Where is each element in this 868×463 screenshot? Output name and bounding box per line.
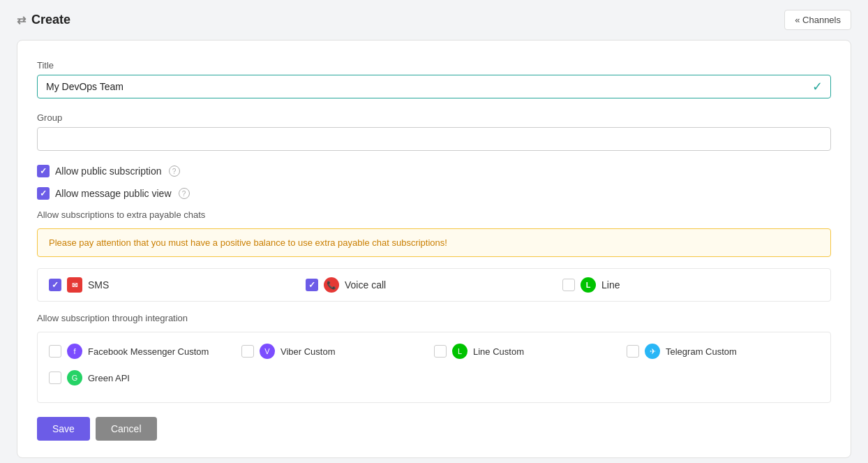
voice-checkbox[interactable] — [306, 279, 318, 291]
allow-message-public-view-row: Allow message public view ? — [37, 187, 831, 200]
channels-button[interactable]: « Channels — [784, 10, 851, 30]
allow-public-subscription-checkbox[interactable] — [37, 165, 50, 177]
sms-checkbox[interactable] — [49, 279, 61, 291]
greenapi-label: Green API — [88, 373, 130, 383]
integration-item-viber: V Viber Custom — [241, 344, 434, 359]
channel-grid: ✉ SMS 📞 Voice call L Line — [37, 268, 831, 302]
viber-label: Viber Custom — [280, 346, 336, 357]
telegram-label: Telegram Custom — [666, 346, 737, 357]
line-custom-icon: L — [452, 344, 467, 359]
viber-checkbox[interactable] — [241, 345, 254, 358]
telegram-checkbox[interactable] — [627, 345, 639, 358]
allow-public-subscription-label: Allow public subscription — [55, 166, 162, 177]
top-bar: ⇄ Create « Channels — [0, 0, 868, 40]
integration-item-line-custom: L Line Custom — [434, 344, 627, 359]
payable-alert-text: Please pay attention that you must have … — [49, 237, 447, 248]
title-label: Title — [37, 60, 831, 71]
allow-public-subscription-row: Allow public subscription ? — [37, 165, 831, 177]
fb-icon: f — [67, 344, 82, 359]
voice-label: Voice call — [345, 279, 386, 291]
channel-item-sms: ✉ SMS — [49, 277, 306, 293]
sms-label: SMS — [88, 279, 109, 291]
group-label: Group — [37, 112, 831, 123]
title-input[interactable] — [37, 75, 831, 98]
line-label: Line — [601, 279, 620, 291]
allow-message-public-view-checkbox[interactable] — [37, 187, 50, 200]
integration-section-title: Allow subscription through integration — [37, 313, 831, 323]
page-title: Create — [31, 13, 70, 27]
title-input-row: ✓ — [37, 75, 831, 98]
back-arrows-icon: ⇄ — [17, 13, 26, 27]
sms-icon: ✉ — [67, 277, 82, 293]
integration-item-telegram: ✈ Telegram Custom — [627, 344, 819, 359]
save-button[interactable]: Save — [37, 417, 90, 441]
integration-grid: f Facebook Messenger Custom V Viber Cust… — [37, 332, 831, 403]
channel-item-voice: 📞 Voice call — [306, 277, 562, 293]
line-custom-checkbox[interactable] — [434, 345, 447, 358]
form-buttons: Save Cancel — [37, 417, 831, 441]
group-section: Group — [37, 112, 831, 151]
telegram-icon: ✈ — [645, 344, 660, 359]
line-checkbox[interactable] — [562, 279, 575, 291]
create-channel-card: Title ✓ Group Allow public subscription … — [17, 40, 851, 458]
line-icon: L — [581, 277, 596, 293]
channels-button-label: « Channels — [795, 15, 841, 25]
integration-item-greenapi: G Green API — [49, 370, 241, 385]
integration-item-fb: f Facebook Messenger Custom — [49, 344, 241, 359]
cancel-button[interactable]: Cancel — [96, 417, 157, 441]
allow-message-public-view-help-icon[interactable]: ? — [179, 188, 190, 199]
title-section: Title ✓ — [37, 60, 831, 98]
payable-alert-box: Please pay attention that you must have … — [37, 228, 831, 257]
allow-public-subscription-help-icon[interactable]: ? — [169, 166, 180, 177]
voice-icon: 📞 — [324, 277, 339, 293]
channel-item-line: L Line — [562, 277, 819, 293]
line-custom-label: Line Custom — [473, 346, 524, 357]
fb-checkbox[interactable] — [49, 345, 61, 358]
fb-label: Facebook Messenger Custom — [88, 346, 209, 357]
title-check-icon: ✓ — [812, 79, 823, 94]
allow-message-public-view-label: Allow message public view — [55, 188, 172, 199]
group-input[interactable] — [37, 127, 831, 151]
payable-section-title: Allow subscriptions to extra payable cha… — [37, 210, 831, 220]
page-title-area: ⇄ Create — [17, 13, 70, 27]
greenapi-checkbox[interactable] — [49, 372, 61, 384]
greenapi-icon: G — [67, 370, 82, 385]
viber-icon: V — [260, 344, 275, 359]
